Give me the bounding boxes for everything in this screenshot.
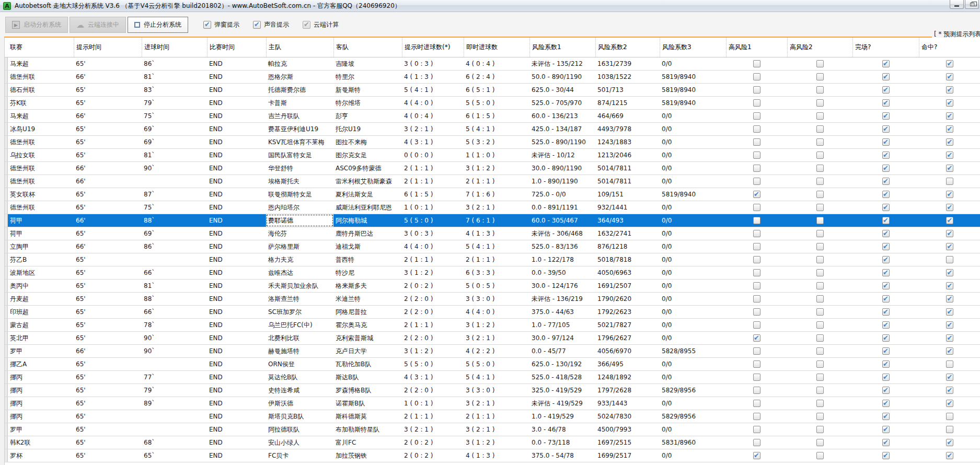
- checkbox-high-risk1[interactable]: [753, 347, 760, 355]
- checkbox-high-risk1[interactable]: [753, 243, 760, 250]
- checkbox-high-risk1[interactable]: [753, 282, 760, 289]
- checkbox-high-risk2[interactable]: [816, 400, 824, 407]
- checkbox-finished[interactable]: [882, 217, 890, 224]
- cell-live-goals[interactable]: 3 ( 3 : 0 ): [464, 384, 529, 397]
- cell-risk3[interactable]: 0/0: [660, 240, 726, 253]
- cell-live-goals[interactable]: 4 ( 2 : 2 ): [464, 345, 529, 357]
- checkbox-high-risk2[interactable]: [816, 308, 824, 316]
- cell-risk3[interactable]: 0/0: [660, 293, 726, 305]
- table-row[interactable]: 罗甲66'90`END赫曼施塔特克卢日大学3 ( 1 : 2 )4 ( 2 : …: [5, 345, 980, 358]
- cell-match-time[interactable]: END: [207, 397, 266, 410]
- table-row[interactable]: 英女联杯65'87`END联曼彻斯特女足夏利法斯女足6 ( 1 : 5 )7 (…: [5, 188, 980, 201]
- cell-match-time[interactable]: END: [207, 332, 266, 344]
- col-header-risk2[interactable]: 风险系数2: [595, 38, 660, 57]
- checkbox-high-risk2[interactable]: [816, 256, 824, 263]
- cell-match-time[interactable]: END: [207, 149, 266, 161]
- checkbox-high-risk2[interactable]: [816, 452, 824, 459]
- cell-tip-goals[interactable]: 2 ( 1 : 1 ): [402, 319, 464, 331]
- cell-risk3[interactable]: 5828/8955: [660, 345, 726, 357]
- cell-match-time[interactable]: END: [207, 306, 266, 318]
- checkbox-high-risk1[interactable]: [753, 112, 760, 120]
- cell-away[interactable]: 吉隆坡: [333, 57, 402, 70]
- checkbox-hit[interactable]: [946, 178, 953, 185]
- checkbox-hit[interactable]: [946, 269, 953, 276]
- table-row[interactable]: 波斯地区65'66`END兹唯杰达特沙尼3 ( 1 : 2 )6 ( 3 : 3…: [5, 266, 980, 280]
- cell-live-goals[interactable]: 5 ( 5 : 0 ): [464, 358, 529, 370]
- cell-match-time[interactable]: END: [207, 123, 266, 135]
- cell-risk3[interactable]: 5829/8956: [660, 384, 726, 397]
- cell-tip-goals[interactable]: 4 ( 3 : 1 ): [402, 371, 464, 383]
- cell-tip-goals[interactable]: 2 ( 0 : 2 ): [402, 436, 464, 449]
- checkbox-finished[interactable]: [882, 125, 890, 133]
- cell-tip-time[interactable]: 65': [74, 280, 142, 292]
- cell-risk3[interactable]: 0/0: [660, 449, 726, 462]
- checkbox-high-risk1[interactable]: [753, 269, 760, 276]
- cell-away[interactable]: 罗森博格B队: [333, 384, 402, 397]
- cell-risk1[interactable]: 525.0 - 83/136: [529, 240, 595, 253]
- checkbox-finished[interactable]: [882, 387, 890, 394]
- cell-risk3[interactable]: 0/0: [660, 319, 726, 331]
- cell-away[interactable]: 特尔维塔: [333, 97, 402, 109]
- cell-risk2[interactable]: 5014/7811: [595, 175, 660, 188]
- checkbox-hit[interactable]: [946, 308, 953, 316]
- table-row[interactable]: 挪乙A65'ENDORN侯登瓦勒伦加B队5 ( 5 : 0 )5 ( 5 : 0…: [5, 358, 980, 371]
- cell-tip-time[interactable]: 65': [74, 358, 142, 370]
- cell-live-goals[interactable]: 3 ( 2 : 1 ): [464, 201, 529, 214]
- checkbox-high-risk2[interactable]: [816, 204, 824, 211]
- cell-home[interactable]: 莫达伦B队: [266, 371, 333, 383]
- cell-home[interactable]: 国民队富特女足: [266, 149, 333, 161]
- stop-analysis-button[interactable]: 停止分析系统: [128, 17, 188, 33]
- checkbox-high-risk1[interactable]: [753, 308, 760, 316]
- cell-tip-time[interactable]: 65': [74, 293, 142, 305]
- checkbox-finished[interactable]: [882, 86, 890, 94]
- cell-match-time[interactable]: END: [207, 293, 266, 305]
- cell-league[interactable]: 奥丙中: [8, 280, 74, 292]
- checkbox-finished[interactable]: [882, 361, 890, 368]
- cell-risk1[interactable]: 625.0 - 30/44: [529, 84, 595, 96]
- cell-league[interactable]: 德堡州联: [8, 175, 74, 188]
- cell-league[interactable]: 挪丙: [8, 397, 74, 410]
- cell-risk1[interactable]: 1.0 - 77/105: [529, 319, 595, 331]
- cell-risk3[interactable]: 0/0: [660, 110, 726, 122]
- cell-risk1[interactable]: 1.0 - 122/178: [529, 253, 595, 266]
- cell-risk3[interactable]: 0/0: [660, 214, 726, 227]
- cell-tip-goals[interactable]: 0 ( 0 : 0 ): [402, 149, 464, 161]
- cell-away[interactable]: 新曼斯特: [333, 84, 402, 96]
- cell-live-goals[interactable]: 6 ( 1 : 5 ): [464, 110, 529, 122]
- cell-league[interactable]: 荷甲: [8, 214, 74, 227]
- checkbox-finished[interactable]: [882, 269, 890, 276]
- cell-risk3[interactable]: 0/0: [660, 280, 726, 292]
- cell-goal-time[interactable]: 83`: [142, 84, 207, 96]
- cell-league[interactable]: 德堡州联: [8, 162, 74, 175]
- cell-away[interactable]: 克卢日大学: [333, 345, 402, 357]
- cell-league[interactable]: 立陶甲: [8, 240, 74, 253]
- cell-match-time[interactable]: END: [207, 280, 266, 292]
- cell-live-goals[interactable]: 4 ( 1 : 3 ): [464, 227, 529, 240]
- cell-goal-time[interactable]: 65`: [142, 449, 207, 462]
- restore-button[interactable]: [965, 0, 979, 9]
- cell-match-time[interactable]: END: [207, 319, 266, 331]
- col-header-home[interactable]: 主队: [266, 38, 333, 57]
- checkbox-finished[interactable]: [882, 374, 890, 381]
- cell-risk1[interactable]: 325.0 - 419/529: [529, 384, 595, 397]
- table-row[interactable]: 德石州联65'83`END托德斯费尔德新曼斯特5 ( 4 : 1 )6 ( 5 …: [5, 84, 980, 97]
- checkbox-high-risk2[interactable]: [816, 86, 824, 94]
- checkbox-hit[interactable]: [946, 334, 953, 342]
- cell-home[interactable]: 兹唯杰达: [266, 266, 333, 279]
- cell-risk3[interactable]: 5829/8956: [660, 410, 726, 423]
- checkbox-high-risk1[interactable]: [753, 256, 760, 263]
- cell-risk2[interactable]: 5014/7811: [595, 162, 660, 175]
- cell-away[interactable]: 鹿特丹斯巴达: [333, 227, 402, 240]
- cell-risk3[interactable]: 5819/8940: [660, 71, 726, 83]
- checkbox-high-risk1[interactable]: [753, 413, 760, 420]
- table-row[interactable]: 马来超65'86`END帕拉克吉隆坡3 ( 0 : 3 )4 ( 0 : 4 )…: [5, 57, 980, 71]
- cell-tip-goals[interactable]: 2 ( 2 : 0 ): [402, 306, 464, 318]
- cell-risk3[interactable]: 0/0: [660, 149, 726, 161]
- cell-risk1[interactable]: 60.0 - 136/213: [529, 110, 595, 122]
- sound-alert-checkbox[interactable]: 声音提示: [253, 20, 289, 29]
- cell-risk3[interactable]: 0/0: [660, 227, 726, 240]
- col-header-live-goals[interactable]: 即时进球数: [464, 38, 529, 57]
- cell-away[interactable]: 加拉茨钢铁: [333, 449, 402, 462]
- cell-match-time[interactable]: END: [207, 423, 266, 436]
- cell-live-goals[interactable]: 5 ( 4 : 1 ): [464, 240, 529, 253]
